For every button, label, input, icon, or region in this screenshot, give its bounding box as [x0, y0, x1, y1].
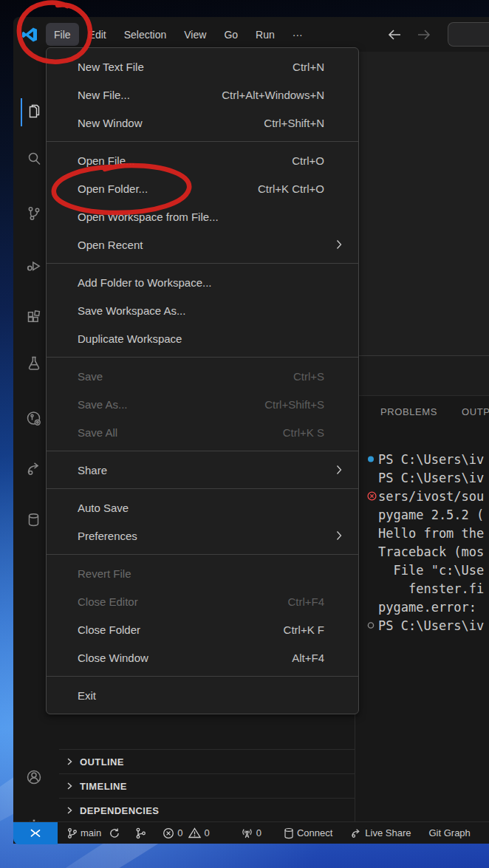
- editor-area: [355, 52, 489, 355]
- warning-triangle-icon: [188, 827, 201, 838]
- section-label: OUTLINE: [80, 756, 124, 768]
- menu-item-preferences[interactable]: Preferences: [47, 522, 358, 550]
- error-circle-icon: [163, 827, 174, 839]
- menu-separator: [47, 676, 358, 677]
- git-graph-status-item[interactable]: Git Graph: [428, 827, 470, 838]
- extensions-icon[interactable]: [25, 309, 43, 327]
- branch-status-item[interactable]: main: [66, 827, 101, 839]
- tab-output[interactable]: OUTPUT: [462, 406, 489, 417]
- terminal-line: PS C:\Users\iv: [367, 450, 484, 468]
- status-bar: main 0 0 0 Connect Live Share Git G: [13, 821, 489, 844]
- menu-item-open-folder[interactable]: Open Folder...Ctrl+K Ctrl+O: [47, 174, 358, 202]
- menu-separator: [47, 451, 358, 451]
- section-label: DEPENDENCIES: [80, 805, 159, 816]
- section-label: TIMELINE: [80, 781, 127, 792]
- warnings-status-item[interactable]: 0: [188, 827, 209, 838]
- menubar-item-run[interactable]: Run: [247, 23, 283, 46]
- chevron-right-icon: [65, 757, 74, 766]
- vscode-logo-icon: [21, 27, 38, 43]
- command-error-icon: [367, 491, 378, 501]
- sync-icon: [109, 827, 120, 839]
- live-share-icon[interactable]: [25, 460, 43, 478]
- prompt-circle-icon: [367, 621, 378, 629]
- menu-item-close-folder[interactable]: Close FolderCtrl+K F: [47, 615, 358, 643]
- command-center-search-box[interactable]: [448, 22, 489, 47]
- terminal-line: fenster.fi: [367, 579, 484, 598]
- menu-separator: [47, 263, 358, 264]
- menu-item-open-file[interactable]: Open File...Ctrl+O: [47, 146, 358, 174]
- sidebar-section-outline[interactable]: OUTLINE: [59, 749, 355, 773]
- menu-separator: [47, 141, 358, 142]
- tab-problems[interactable]: PROBLEMS: [380, 406, 437, 417]
- terminal-line: Hello from the: [367, 524, 484, 542]
- menu-item-new-window[interactable]: New WindowCtrl+Shift+N: [47, 109, 358, 137]
- live-share-status-item[interactable]: Live Share: [350, 827, 411, 839]
- submenu-chevron-icon: [336, 465, 342, 475]
- menu-item-share[interactable]: Share: [47, 456, 358, 484]
- terminal-line: sers/ivost/sou: [367, 487, 484, 505]
- git-graph-icon: [135, 827, 146, 839]
- menu-item-new-file[interactable]: New File...Ctrl+Alt+Windows+N: [47, 81, 358, 109]
- menu-item-open-workspace-from-file[interactable]: Open Workspace from File...: [47, 202, 358, 230]
- ports-status-item[interactable]: 0: [241, 827, 261, 839]
- submenu-chevron-icon: [336, 530, 342, 541]
- search-icon[interactable]: [25, 150, 43, 168]
- sidebar-section-timeline[interactable]: TIMELINE: [59, 773, 355, 798]
- menu-item-save-as: Save As...Ctrl+Shift+S: [47, 390, 358, 418]
- sidebar-section-dependencies[interactable]: DEPENDENCIES: [59, 798, 355, 822]
- radio-tower-icon: [241, 827, 253, 839]
- title-bar: File Edit Selection View Go Run ···: [13, 17, 489, 52]
- menu-item-save-all: Save AllCtrl+K S: [47, 418, 358, 446]
- terminal-line: Traceback (mos: [367, 542, 484, 561]
- menu-item-close-window[interactable]: Close WindowAlt+F4: [47, 643, 358, 671]
- terminal-line: PS C:\Users\iv: [367, 468, 484, 487]
- menu-separator: [47, 554, 358, 555]
- menu-item-auto-save[interactable]: Auto Save: [47, 493, 358, 522]
- menu-item-exit[interactable]: Exit: [47, 681, 358, 709]
- menu-item-add-folder-to-workspace[interactable]: Add Folder to Workspace...: [47, 268, 358, 296]
- menubar-item-edit[interactable]: Edit: [81, 23, 114, 46]
- back-arrow-icon[interactable]: [388, 30, 401, 40]
- source-control-icon[interactable]: [25, 205, 43, 222]
- menubar-item-view[interactable]: View: [176, 23, 214, 46]
- explorer-icon[interactable]: [25, 102, 43, 120]
- menubar-item-file[interactable]: File: [46, 23, 79, 46]
- gitlens-icon[interactable]: [25, 410, 43, 428]
- accounts-icon[interactable]: [25, 768, 43, 786]
- editor-area-lower: [355, 355, 489, 395]
- forward-arrow-icon[interactable]: [417, 30, 431, 40]
- menu-item-revert-file: Revert File: [47, 559, 358, 587]
- terminal-line: pygame 2.5.2 (: [367, 505, 484, 524]
- connect-status-item[interactable]: Connect: [284, 827, 332, 839]
- git-branch-icon: [66, 827, 78, 839]
- database-icon[interactable]: [25, 511, 43, 529]
- terminal-line: pygame.error:: [367, 598, 484, 616]
- remote-indicator[interactable]: [13, 822, 58, 844]
- active-view-indicator: [21, 98, 22, 126]
- chevron-right-icon: [65, 782, 74, 790]
- sync-status-item[interactable]: [109, 827, 123, 839]
- terminal-line: File "c:\Use: [367, 561, 484, 579]
- menu-item-close-editor: Close EditorCtrl+F4: [47, 587, 358, 615]
- menu-item-open-recent[interactable]: Open Recent: [47, 230, 358, 259]
- run-and-debug-icon[interactable]: [25, 257, 43, 275]
- database-small-icon: [284, 827, 294, 839]
- menu-item-save: SaveCtrl+S: [47, 362, 358, 390]
- command-success-dot-icon: [367, 455, 378, 463]
- menubar-item-go[interactable]: Go: [216, 23, 246, 46]
- terminal-line: PS C:\Users\iv: [367, 616, 484, 635]
- submenu-chevron-icon: [336, 239, 342, 250]
- menu-item-duplicate-workspace[interactable]: Duplicate Workspace: [47, 324, 358, 352]
- git-graph-status-icon-item[interactable]: [135, 827, 149, 839]
- errors-status-item[interactable]: 0: [163, 827, 182, 839]
- menu-separator: [47, 357, 358, 358]
- vscode-window: File Edit Selection View Go Run ···: [13, 17, 489, 844]
- menubar-item-selection[interactable]: Selection: [116, 23, 175, 46]
- menu-item-new-text-file[interactable]: New Text FileCtrl+N: [47, 52, 358, 81]
- menu-separator: [47, 488, 358, 489]
- chevron-right-icon: [65, 806, 74, 815]
- testing-icon[interactable]: [25, 355, 43, 372]
- file-menu-dropdown: New Text FileCtrl+N New File...Ctrl+Alt+…: [46, 47, 359, 714]
- menu-item-save-workspace-as[interactable]: Save Workspace As...: [47, 296, 358, 324]
- menubar-item-more[interactable]: ···: [284, 23, 311, 46]
